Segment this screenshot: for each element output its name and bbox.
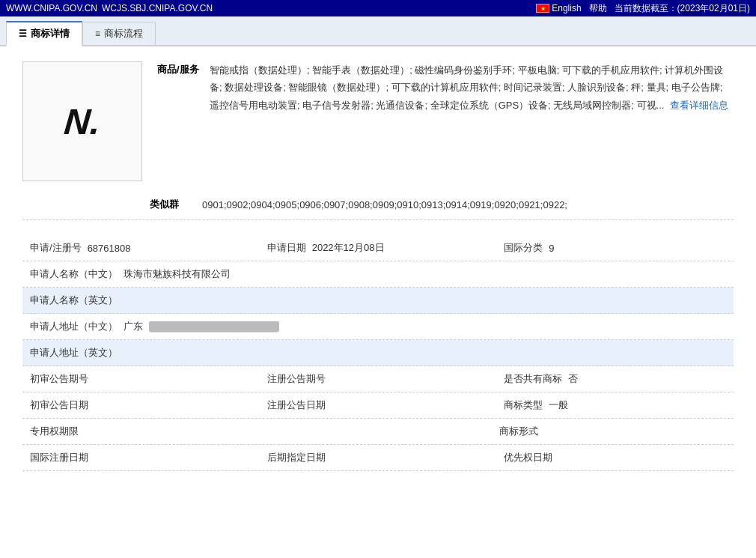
main-content: N. 商品/服务 智能戒指（数据处理）; 智能手表（数据处理）; 磁性编码身份鉴…: [0, 46, 756, 486]
detail-tab-icon: ☰: [19, 28, 27, 39]
cell-tm-type: 商标类型 一般: [496, 392, 734, 418]
goods-detail-link[interactable]: 查看详细信息: [670, 100, 728, 111]
applicant-en-label: 申请人名称（英文）: [30, 294, 118, 307]
cell-intlclass: 国际分类 9: [496, 235, 734, 261]
goods-section: N. 商品/服务 智能戒指（数据处理）; 智能手表（数据处理）; 磁性编码身份鉴…: [22, 61, 734, 181]
tab-detail[interactable]: ☰ 商标详情: [6, 21, 82, 46]
is-shared-label: 是否共有商标: [504, 372, 562, 386]
cell-appno: 申请/注册号 68761808: [22, 235, 260, 261]
row-pub-date-type: 初审公告日期 注册公告日期 商标类型 一般: [22, 392, 734, 419]
tab-row: ☰ 商标详情 ≡ 商标流程: [0, 16, 756, 46]
address-cn-label: 申请人地址（中文）: [30, 320, 118, 333]
goods-content: 商品/服务 智能戒指（数据处理）; 智能手表（数据处理）; 磁性编码身份鉴别手环…: [157, 61, 734, 181]
cell-appdate: 申请日期 2022年12月08日: [260, 235, 497, 261]
trademark-logo: N.: [63, 101, 103, 142]
tm-type-label: 商标类型: [504, 398, 543, 412]
intlclass-value: 9: [549, 243, 554, 254]
help-link[interactable]: 帮助: [589, 2, 607, 15]
tab-process[interactable]: ≡ 商标流程: [82, 22, 156, 45]
cell-address-cn: 申请人地址（中文） 广东 ████████████████████: [22, 314, 734, 339]
tab-process-label: 商标流程: [104, 27, 143, 40]
applicant-cn-value: 珠海市魅族科技有限公司: [124, 267, 231, 281]
data-date: 当前数据截至：(2023年02月01日): [615, 2, 750, 15]
similar-content: 类似群 0901;0902;0904;0905;0906;0907;0908;0…: [150, 196, 734, 213]
lang-switch[interactable]: English: [552, 3, 581, 13]
similar-text: 0901;0902;0904;0905;0906;0907;0908;0909;…: [202, 196, 567, 213]
cell-initial-pub-date: 初审公告日期: [22, 392, 260, 418]
tm-type-value: 一般: [549, 398, 568, 412]
cell-applicant-en: 申请人名称（英文）: [22, 288, 734, 313]
appdate-label: 申请日期: [267, 241, 306, 255]
row-appno-date-class: 申请/注册号 68761808 申请日期 2022年12月08日 国际分类 9: [22, 235, 734, 261]
is-shared-value: 否: [568, 372, 578, 386]
similar-section: 类似群 0901;0902;0904;0905;0906;0907;0908;0…: [22, 196, 734, 220]
reg-pub-no-label: 注册公告期号: [267, 372, 326, 386]
address-cn-text: 广东: [124, 321, 143, 332]
appno-label: 申请/注册号: [30, 241, 82, 255]
cell-later-desig-date: 后期指定日期: [260, 445, 497, 470]
goods-description: 智能戒指（数据处理）; 智能手表（数据处理）; 磁性编码身份鉴别手环; 平板电脑…: [210, 64, 723, 111]
appdate-value: 2022年12月08日: [312, 241, 385, 255]
cell-tm-form: 商标形式: [492, 419, 734, 444]
address-en-label: 申请人地址（英文）: [30, 346, 118, 360]
cell-priority-date: 优先权日期: [496, 445, 734, 470]
cell-initial-pub-no: 初审公告期号: [22, 366, 260, 392]
cn-flag-icon: ★: [536, 4, 549, 13]
goods-text: 智能戒指（数据处理）; 智能手表（数据处理）; 磁性编码身份鉴别手环; 平板电脑…: [210, 61, 734, 181]
top-bar-sites: WWW.CNIPA.GOV.CN WCJS.SBJ.CNIPA.GOV.CN: [6, 3, 213, 13]
trademark-image: N.: [22, 61, 142, 181]
intl-reg-date-label: 国际注册日期: [30, 451, 88, 464]
site1-link[interactable]: WWW.CNIPA.GOV.CN: [6, 3, 97, 13]
address-cn-blurred: ████████████████████: [149, 321, 279, 332]
similar-label: 类似群: [150, 196, 195, 213]
applicant-cn-label: 申请人名称（中文）: [30, 267, 118, 281]
row-address-en: 申请人地址（英文）: [22, 340, 734, 366]
exclusive-right-label: 专用权期限: [30, 425, 79, 438]
initial-pub-date-label: 初审公告日期: [30, 398, 88, 412]
process-tab-icon: ≡: [95, 28, 100, 39]
tab-detail-label: 商标详情: [31, 27, 70, 40]
similar-spacer: [22, 196, 142, 213]
intlclass-label: 国际分类: [504, 241, 543, 255]
row-exclusive-form: 专用权期限 商标形式: [22, 419, 734, 445]
cell-reg-pub-no: 注册公告期号: [260, 366, 497, 392]
tm-form-label: 商标形式: [499, 425, 538, 438]
row-address-cn: 申请人地址（中文） 广东 ████████████████████: [22, 314, 734, 340]
address-cn-value: 广东 ████████████████████: [124, 320, 279, 333]
row-applicant-en: 申请人名称（英文）: [22, 288, 734, 314]
later-desig-date-label: 后期指定日期: [267, 451, 326, 464]
cell-is-shared: 是否共有商标 否: [496, 366, 734, 392]
cell-intl-reg-date: 国际注册日期: [22, 445, 260, 470]
row-pub-shared: 初审公告期号 注册公告期号 是否共有商标 否: [22, 366, 734, 392]
cell-exclusive-right: 专用权期限: [22, 419, 492, 444]
cell-reg-pub-date: 注册公告日期: [260, 392, 497, 418]
goods-label: 商品/服务: [157, 61, 202, 181]
initial-pub-no-label: 初审公告期号: [30, 372, 88, 386]
top-bar-right: ★ English 帮助 当前数据截至：(2023年02月01日): [536, 2, 750, 15]
row-intl-dates: 国际注册日期 后期指定日期 优先权日期: [22, 445, 734, 471]
row-applicant-cn: 申请人名称（中文） 珠海市魅族科技有限公司: [22, 261, 734, 288]
site2-link[interactable]: WCJS.SBJ.CNIPA.GOV.CN: [102, 3, 213, 13]
reg-pub-date-label: 注册公告日期: [267, 398, 326, 412]
cell-applicant-cn: 申请人名称（中文） 珠海市魅族科技有限公司: [22, 261, 734, 287]
top-bar: WWW.CNIPA.GOV.CN WCJS.SBJ.CNIPA.GOV.CN ★…: [0, 0, 756, 16]
priority-date-label: 优先权日期: [504, 451, 552, 464]
cell-address-en: 申请人地址（英文）: [22, 340, 734, 366]
lang-flag: ★ English: [536, 3, 581, 13]
appno-value: 68761808: [88, 243, 131, 254]
